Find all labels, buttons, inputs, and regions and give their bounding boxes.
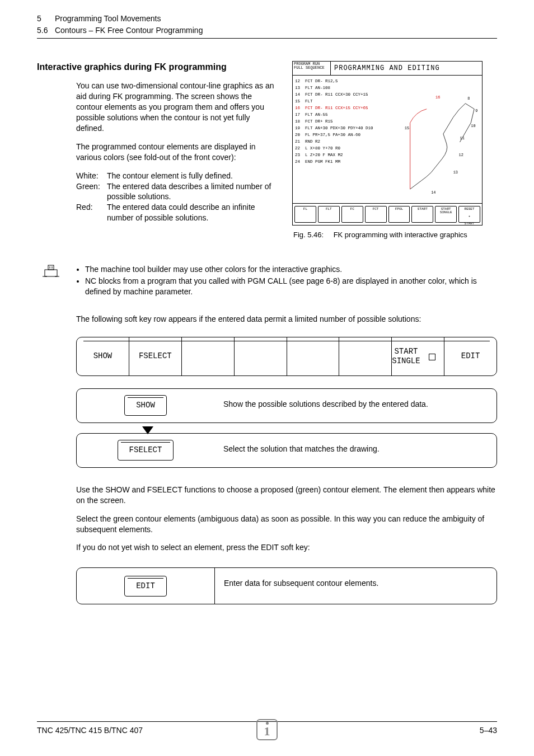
screen-softkey[interactable]: RESET+START [458,206,480,223]
program-line: 21 RND R2 [295,138,391,145]
color-green-desc: The entered data describes a limited num… [107,181,278,203]
screen-softkey[interactable]: FLT [318,206,340,223]
para-edit: If you do not yet wish to select an elem… [76,542,497,553]
info-icon: 1 [256,719,278,740]
screen-figure: PROGRAM RUN FULL SEQUENCE PROGRAMMING AN… [292,61,483,226]
softkey-edit[interactable]: EDIT [124,576,167,597]
screen-title: PROGRAMMING AND EDITING [331,62,482,75]
svg-text:12: 12 [459,152,463,157]
mode-line-2: FULL SEQUENCE [294,66,329,71]
softkey-show[interactable]: SHOW [77,337,129,375]
color-red-desc: The entered data could describe an infin… [107,202,278,223]
softkey-edit[interactable]: EDIT [444,337,496,375]
intro-paragraph-2: The programmed contour elements are disp… [76,142,278,163]
desc-fselect-text: Select the solution that matches the dra… [214,434,496,467]
program-line: 12 FCT DR- R12,5 [295,78,391,84]
svg-text:14: 14 [431,190,435,195]
program-line: 13 FLT AN-108 [295,84,391,91]
softkey-empty [182,337,235,375]
figure-caption-text: FK programming with interactive graphics [334,231,467,239]
figure-number: Fig. 5.46: [293,230,331,240]
softkey-empty [339,337,392,375]
color-red-label: Red: [76,202,107,223]
header-chapter: 5 Programming Tool Movements [37,13,497,24]
intro-paragraph-1: You can use two-dimensional contour-line… [76,81,278,133]
desc-row-fselect: FSELECT Select the solution that matches… [76,433,497,468]
desc-row-show: SHOW Show the possible solutions describ… [76,388,497,423]
program-line: 20 FL PR+37,5 PA+30 AN-60 [295,132,391,138]
screen-softkey[interactable]: START [411,206,433,223]
svg-rect-10 [48,265,54,270]
screen-softkey[interactable]: FPOL [388,206,410,223]
program-line: 23 L Z+20 F MAX M2 [295,152,391,158]
svg-text:8: 8 [467,96,470,101]
para-green: Select the green contour elements (ambig… [76,514,497,535]
softkey-start[interactable]: STARTSINGLE [392,337,444,375]
note-bullet-1: The machine tool builder may use other c… [85,264,497,275]
softkey-empty [235,337,287,375]
screen-softkey[interactable]: STARTSINGLE [435,206,457,223]
program-line: 15 FLT [295,98,391,105]
desc-row-edit: EDIT Enter data for subsequent contour e… [76,567,497,604]
color-white-desc: The contour element is fully defined. [107,171,278,181]
softkey-row: SHOWFSELECTSTARTSINGLEEDIT [76,337,497,376]
svg-rect-9 [45,270,57,276]
footer-left: TNC 425/TNC 415 B/TNC 407 [37,725,143,736]
program-line: 14 FCT DR- R11 CCX+30 CCY+15 [295,91,391,98]
note-icon [37,264,64,281]
graphic-pane: 16 15 14 13 12 11 10 9 8 [394,76,482,209]
note-bullet-2: NC blocks from a program that you called… [85,276,497,297]
figure-caption: Fig. 5.46: FK programming with interacti… [293,230,483,240]
program-line: 22 L X+80 Y+70 R0 [295,145,391,152]
program-listing: 12 FCT DR- R12,513 FLT AN-10814 FCT DR- … [293,76,394,209]
program-line: 17 FLT AN-55 [295,111,391,118]
chapter-title: Programming Tool Movements [55,14,161,23]
header-section: 5.6 Contours – FK Free Contour Programmi… [37,25,497,36]
footer-right: 5–43 [480,725,497,736]
section-title: Contours – FK Free Contour Programming [55,26,203,35]
chapter-number: 5 [37,13,53,24]
svg-text:15: 15 [405,126,409,130]
color-green-label: Green: [76,181,107,203]
program-line: 19 FLT AN+30 PDX+30 PDY+40 D10 [295,125,391,132]
softkey-fselect[interactable]: FSELECT [129,337,182,375]
color-white-label: White: [76,171,107,181]
para-use: Use the SHOW and FSELECT functions to ch… [76,485,497,506]
desc-show-text: Show the possible solutions described by… [214,389,496,422]
section-number: 5.6 [37,25,53,36]
desc-edit-text: Enter data for subsequent contour elemen… [215,568,496,604]
para-limited: The following soft key row appears if th… [76,314,497,325]
program-line: 18 FCT DR+ R15 [295,118,391,125]
screen-softkey[interactable]: FC [341,206,363,223]
program-line: 16 FCT DR- R11 CCX+15 CCY+65 [295,105,391,111]
screen-softkey[interactable]: FCT [365,206,387,223]
screen-softkey[interactable]: FL [294,206,316,223]
header-rule [37,38,497,39]
svg-text:13: 13 [453,170,458,175]
svg-text:9: 9 [475,108,477,112]
svg-text:11: 11 [460,136,465,140]
section-heading: Interactive graphics during FK programmi… [37,61,278,73]
color-legend: White: The contour element is fully defi… [76,171,278,223]
svg-text:10: 10 [471,124,475,128]
screen-softkeys: FLFLTFCFCTFPOLSTARTSTARTSINGLERESET+STAR… [293,203,482,225]
program-line: 24 END PGM FK1 MM [295,158,391,165]
note-block: The machine tool builder may use other c… [37,264,497,298]
softkey-show[interactable]: SHOW [124,395,167,416]
softkey-fselect[interactable]: FSELECT [118,440,174,461]
screen-mode-box: PROGRAM RUN FULL SEQUENCE [293,62,331,75]
svg-text:16: 16 [435,95,440,100]
softkey-empty [287,337,340,375]
